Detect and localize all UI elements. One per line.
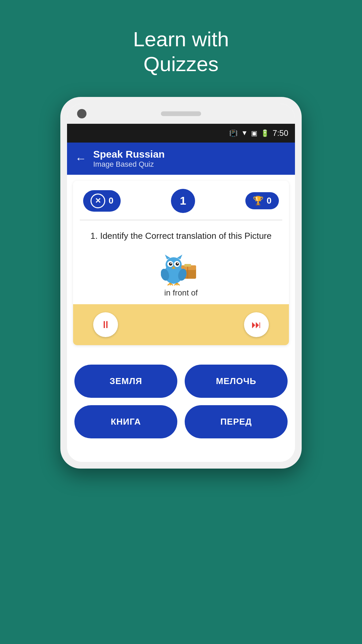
- score-row: ✕ 0 1 🏆 0: [73, 181, 289, 220]
- answer-button-1[interactable]: ЗЕМЛЯ: [74, 365, 177, 398]
- status-icons: 📳 ▼ ▣ 🔋 7:50: [229, 128, 288, 138]
- skip-icon: ⏭: [251, 319, 261, 330]
- image-area: in front of: [73, 249, 289, 304]
- app-bar: ← Speak Russian Image Based Quiz: [67, 143, 295, 175]
- answer-button-4[interactable]: ПЕРЕД: [185, 405, 288, 438]
- answer-button-2[interactable]: МЕЛОЧЬ: [185, 365, 288, 398]
- page-title: Learn with Quizzes: [133, 27, 229, 77]
- svg-point-10: [170, 263, 172, 264]
- phone-camera: [77, 109, 86, 118]
- phone-bottom-bar: [67, 452, 295, 462]
- wrong-count: 0: [109, 196, 113, 206]
- audio-bar: ⏸ ⏭: [73, 304, 289, 345]
- wifi-icon: ▼: [241, 129, 248, 137]
- phone-speaker: [161, 111, 201, 116]
- signal-icon: ▣: [251, 129, 257, 137]
- trophy-score-badge: 🏆 0: [245, 192, 279, 209]
- status-bar: 📳 ▼ ▣ 🔋 7:50: [67, 124, 295, 143]
- trophy-icon: 🏆: [253, 196, 263, 206]
- trophy-count: 0: [267, 196, 272, 206]
- status-time: 7:50: [273, 128, 288, 138]
- answers-area: ЗЕМЛЯ МЕЛОЧЬ КНИГА ПЕРЕД: [67, 351, 295, 452]
- phone-top-decoration: [67, 104, 295, 124]
- vibrate-icon: 📳: [229, 129, 238, 137]
- current-question-circle: 1: [171, 189, 195, 213]
- app-bar-titles: Speak Russian Image Based Quiz: [93, 149, 165, 169]
- wrong-score-badge: ✕ 0: [83, 190, 121, 212]
- image-caption: in front of: [164, 288, 198, 298]
- back-button[interactable]: ←: [75, 152, 86, 165]
- app-bar-title: Speak Russian: [93, 149, 165, 160]
- battery-icon: 🔋: [261, 129, 269, 137]
- pause-icon: ⏸: [101, 319, 111, 330]
- quiz-card: ✕ 0 1 🏆 0 1. Identify the Correct transl…: [73, 181, 289, 345]
- pause-button[interactable]: ⏸: [93, 312, 118, 337]
- owl-box-svg: [161, 252, 201, 285]
- question-text: 1. Identify the Correct translation of t…: [73, 220, 289, 249]
- phone-mockup: 📳 ▼ ▣ 🔋 7:50 ← Speak Russian Image Based…: [60, 97, 302, 469]
- svg-point-11: [177, 263, 178, 264]
- quiz-image: [161, 252, 201, 285]
- svg-rect-3: [184, 264, 191, 267]
- app-bar-subtitle: Image Based Quiz: [93, 160, 165, 169]
- answer-button-3[interactable]: КНИГА: [74, 405, 177, 438]
- skip-button[interactable]: ⏭: [244, 312, 269, 337]
- x-icon: ✕: [90, 194, 105, 208]
